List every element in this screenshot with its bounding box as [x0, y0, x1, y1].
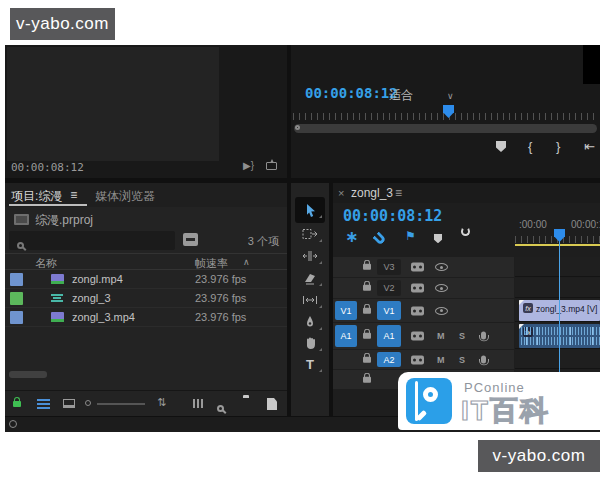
track-a2-header: A2 M S — [333, 350, 514, 369]
lock-icon[interactable] — [363, 368, 371, 386]
label-color-chip[interactable] — [10, 273, 23, 286]
program-monitor-panel: 00:00:08:12 适合 ∨ { } ⇤ — [291, 45, 600, 178]
target-track-v1[interactable]: V1 — [377, 301, 401, 320]
solo-button[interactable]: S — [459, 331, 465, 341]
solo-button[interactable]: S — [459, 355, 465, 365]
lock-icon[interactable] — [363, 299, 371, 317]
filter-bin-icon[interactable] — [183, 233, 198, 246]
close-icon[interactable]: × — [338, 187, 344, 199]
timeline-tab-label[interactable]: zongl_3 — [351, 186, 393, 200]
voiceover-mic-icon[interactable] — [481, 332, 486, 340]
watermark-bottom: v-yabo.com — [478, 440, 600, 472]
horizontal-scrollbar[interactable] — [9, 371, 47, 378]
eye-icon[interactable] — [435, 284, 448, 292]
track-v3-lane[interactable] — [515, 257, 600, 277]
tab-project[interactable]: 项目:综漫 ≡ — [11, 188, 77, 205]
sort-icon[interactable]: ⇅ — [157, 396, 166, 409]
slip-tool[interactable] — [291, 289, 329, 311]
ruler-label-next: 00:00:1 — [571, 219, 600, 230]
program-transport-bar: { } ⇤ — [291, 139, 600, 155]
type-tool[interactable]: T — [291, 353, 329, 375]
voiceover-mic-icon[interactable] — [481, 355, 486, 363]
ruler-label-start: :00:00 — [519, 219, 547, 230]
source-patch-v1[interactable]: V1 — [335, 301, 357, 320]
search-input[interactable] — [9, 231, 175, 250]
new-item-icon[interactable] — [267, 398, 277, 410]
zoom-level-select[interactable]: 适合 ∨ — [389, 87, 454, 104]
column-framerate[interactable]: 帧速率 — [195, 256, 228, 271]
selection-tool[interactable] — [291, 199, 329, 221]
go-to-in-icon[interactable]: ⇤ — [584, 139, 595, 154]
tools-panel: T — [291, 183, 329, 416]
mute-button[interactable]: M — [437, 331, 445, 341]
add-marker-icon[interactable] — [496, 141, 506, 152]
source-video-frame — [7, 47, 219, 161]
column-name[interactable]: 名称 — [35, 256, 57, 271]
target-track-v2[interactable]: V2 — [377, 280, 401, 296]
pen-tool[interactable] — [291, 311, 329, 333]
track-select-forward-tool[interactable] — [291, 223, 329, 245]
export-frame-icon[interactable] — [266, 162, 277, 170]
list-view-icon[interactable] — [37, 398, 50, 409]
sync-lock-icon[interactable] — [411, 263, 424, 272]
sort-asc-icon[interactable]: ∧ — [243, 257, 250, 267]
source-timecode[interactable]: 00:00:08:12 — [11, 161, 84, 174]
source-patch-a1[interactable]: A1 — [335, 325, 357, 347]
project-tab-bar: 项目:综漫 ≡ 媒体浏览器 — [5, 183, 287, 207]
lock-icon[interactable] — [363, 348, 371, 366]
timeline-timecode[interactable]: 00:00:08:12 — [343, 207, 442, 225]
source-monitor-buttons: ▶} — [243, 160, 277, 171]
icon-view-icon[interactable] — [63, 399, 75, 408]
add-marker-icon[interactable] — [434, 234, 443, 243]
nest-sequence-icon[interactable]: ∗ — [345, 227, 358, 246]
mark-out-icon[interactable]: } — [556, 139, 560, 154]
zoom-slider-track[interactable] — [97, 403, 145, 405]
lock-icon[interactable] — [363, 256, 371, 274]
sync-lock-icon[interactable] — [411, 284, 424, 293]
lock-icon[interactable] — [363, 325, 371, 343]
table-row[interactable]: zongl_3 23.976 fps — [5, 289, 287, 308]
panel-menu-icon[interactable]: ≡ — [70, 188, 77, 205]
panel-menu-icon[interactable]: ≡ — [395, 186, 402, 200]
mute-button[interactable]: M — [437, 355, 445, 365]
target-track-a1[interactable]: A1 — [377, 325, 401, 347]
sync-lock-icon[interactable] — [411, 355, 424, 364]
label-color-chip[interactable] — [10, 292, 23, 305]
sync-status-icon[interactable] — [9, 420, 17, 428]
target-track-a2[interactable]: A2 — [377, 352, 401, 367]
logo-title: IT百科 — [461, 392, 550, 430]
project-writable-icon[interactable] — [13, 401, 21, 407]
automate-to-sequence-icon[interactable] — [193, 399, 205, 408]
label-color-chip[interactable] — [10, 311, 23, 324]
scrollbar-knob[interactable] — [295, 125, 300, 130]
hand-tool[interactable] — [291, 332, 329, 354]
eye-icon[interactable] — [435, 307, 448, 315]
table-row[interactable]: zongl_3.mp4 23.976 fps — [5, 308, 287, 327]
mark-in-icon[interactable]: { — [528, 139, 532, 154]
tab-media-browser[interactable]: 媒体浏览器 — [95, 188, 155, 205]
eye-icon[interactable] — [435, 263, 448, 271]
program-zoom-scrollbar[interactable] — [294, 124, 597, 133]
sync-lock-icon[interactable] — [411, 332, 424, 341]
find-icon[interactable] — [217, 405, 224, 412]
program-time-ruler[interactable] — [293, 105, 598, 121]
project-file-icon — [14, 214, 29, 225]
target-track-v3[interactable]: V3 — [377, 259, 401, 275]
table-row[interactable]: zongl.mp4 23.976 fps — [5, 270, 287, 289]
lock-icon[interactable] — [363, 277, 371, 295]
track-a2-lane[interactable] — [515, 350, 600, 369]
track-v2-header: V2 — [333, 278, 514, 298]
audio-waveform — [521, 327, 600, 335]
track-a1-header: A1 A1 M S — [333, 323, 514, 349]
program-timecode[interactable]: 00:00:08:12 — [305, 85, 398, 101]
snap-icon[interactable] — [372, 231, 386, 245]
track-v2-lane[interactable] — [515, 278, 600, 298]
item-framerate: 23.976 fps — [195, 292, 246, 304]
zoom-slider-knob[interactable] — [85, 400, 91, 406]
linked-selection-icon[interactable]: ⚑ — [405, 229, 416, 243]
play-in-to-out-icon[interactable]: ▶} — [243, 160, 254, 171]
source-monitor-panel: 00:00:08:12 ▶} — [5, 45, 287, 178]
razor-tool[interactable] — [291, 267, 329, 289]
ripple-edit-tool[interactable] — [291, 245, 329, 267]
sync-lock-icon[interactable] — [411, 306, 424, 315]
